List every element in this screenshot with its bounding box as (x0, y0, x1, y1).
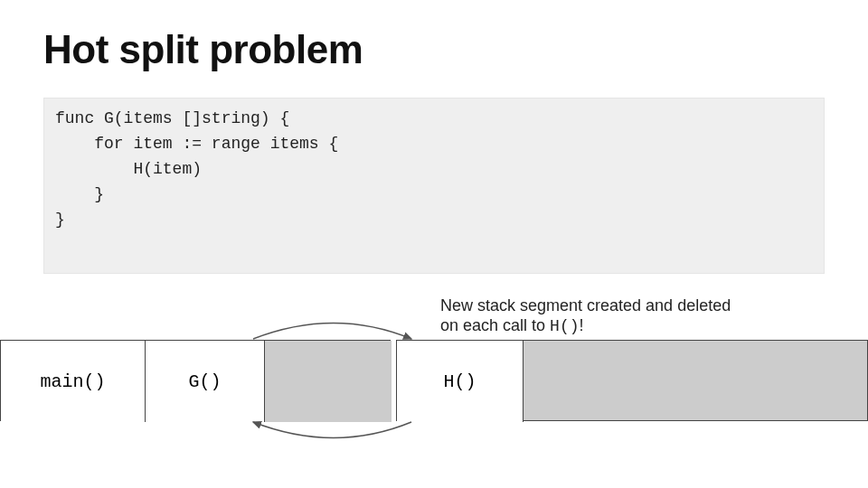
annotation-line2-prefix: on each call to (440, 316, 550, 334)
arrow-bottom-icon (244, 418, 425, 454)
slide: Hot split problem func G(items []string)… (0, 0, 868, 488)
stack-frame-g: G() (146, 341, 265, 422)
stack-segment-2: H() (396, 340, 868, 421)
stack-frame-empty (265, 341, 392, 422)
annotation-line2-code: H() (550, 317, 579, 335)
annotation-line1: New stack segment created and deleted (440, 296, 731, 314)
stack-frame-h: H() (397, 341, 524, 422)
stack-frame-main: main() (1, 341, 146, 422)
annotation-line2-suffix: ! (579, 316, 583, 334)
code-block: func G(items []string) { for item := ran… (43, 98, 825, 274)
slide-title: Hot split problem (43, 27, 363, 72)
annotation-text: New stack segment created and deleted on… (440, 296, 731, 336)
arrow-top-icon (244, 307, 425, 343)
stack-segment-1: main() G() (0, 340, 391, 421)
stack-diagram: main() G() H() (0, 340, 868, 421)
